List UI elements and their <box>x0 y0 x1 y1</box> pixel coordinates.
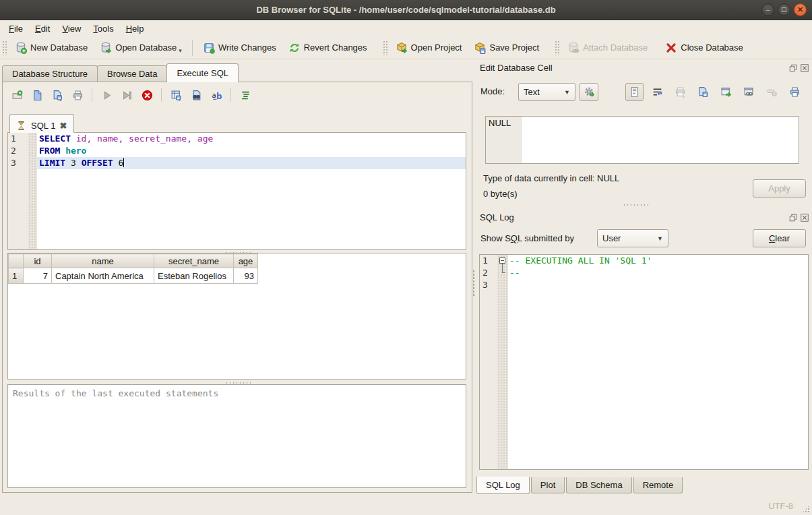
link-icon <box>743 86 755 98</box>
tab-browse-data[interactable]: Browse Data <box>97 65 167 82</box>
gear-icon <box>584 86 595 98</box>
menu-help[interactable]: Help <box>120 22 150 35</box>
log-filter-combobox[interactable]: User▼ <box>597 229 668 247</box>
format-sql-button[interactable] <box>237 86 254 104</box>
cell-name[interactable]: Captain North America <box>52 268 154 284</box>
close-database-button[interactable]: Close Database <box>659 39 749 57</box>
menu-tools[interactable]: Tools <box>87 22 119 35</box>
save-sql-file-button[interactable] <box>49 86 66 104</box>
sql-editor[interactable]: 1SELECT id, name, secret_name, age 2FROM… <box>7 132 466 250</box>
fold-marker-icon[interactable] <box>499 258 505 264</box>
set-null-icon <box>766 86 778 98</box>
close-sql-tab-icon[interactable]: ✖ <box>59 121 67 131</box>
encoding-indicator[interactable]: UTF-8 <box>768 501 793 511</box>
table-row[interactable]: 1 7 Captain North America Esteban Rogeli… <box>9 268 258 284</box>
open-database-button[interactable]: Open Database ▾ <box>94 39 188 57</box>
cell-age[interactable]: 93 <box>234 268 258 284</box>
dock-tab-db-schema[interactable]: DB Schema <box>566 477 631 493</box>
log-line: 1-- EXECUTING ALL IN 'SQL 1' <box>480 255 808 267</box>
text-mode-button[interactable] <box>625 83 644 101</box>
column-header-age[interactable]: age <box>234 254 258 268</box>
fold-end-marker <box>502 267 505 273</box>
dock-tab-sql-log[interactable]: SQL Log <box>476 477 530 494</box>
open-sql-tab-button[interactable] <box>8 86 26 104</box>
open-project-button[interactable]: Open Project <box>389 39 468 57</box>
log-filter-label: Show SQL submitted by <box>480 233 574 243</box>
save-sql-file-icon <box>52 90 63 101</box>
open-url-button[interactable] <box>740 83 758 101</box>
save-project-button[interactable]: Save Project <box>468 39 545 57</box>
sql-log-editor[interactable]: 1-- EXECUTING ALL IN 'SQL 1' 2-- 3 <box>479 254 809 470</box>
results-message: Results of the last executed statements <box>13 388 218 398</box>
open-project-icon <box>396 42 408 54</box>
sql-toolbar: ab <box>8 86 254 104</box>
chevron-down-icon: ▼ <box>657 235 663 242</box>
window-title: DB Browser for SQLite - /home/user/code/… <box>256 5 555 15</box>
stop-execution-icon <box>142 90 153 101</box>
column-header-id[interactable]: id <box>24 254 52 268</box>
float-dock-icon[interactable] <box>788 63 798 73</box>
maximize-icon[interactable] <box>778 3 790 16</box>
save-cell-as-button[interactable] <box>694 83 712 101</box>
menu-file[interactable]: File <box>3 22 29 35</box>
save-results-button[interactable] <box>167 86 185 104</box>
tab-database-structure[interactable]: Database Structure <box>2 65 98 82</box>
tab-execute-sql[interactable]: Execute SQL <box>166 63 239 82</box>
results-message-pane[interactable]: Results of the last executed statements <box>7 384 466 488</box>
menu-edit[interactable]: Edit <box>29 22 56 35</box>
clear-log-button[interactable]: Clear <box>753 229 806 247</box>
write-changes-button[interactable]: Write Changes <box>197 39 282 57</box>
save-results-icon <box>170 90 182 101</box>
sql-log-dock-title: SQL Log <box>480 212 514 222</box>
save-project-icon <box>474 42 486 54</box>
row-number[interactable]: 1 <box>9 268 24 284</box>
new-database-button[interactable]: New Database <box>9 39 94 57</box>
auto-format-word-button[interactable]: ab <box>208 86 225 104</box>
print-sql-button[interactable] <box>69 86 86 104</box>
column-header-name[interactable]: name <box>52 254 154 268</box>
execute-sql-panel: ab SQL 1 ✖ 1SELECT id, name, secret_name… <box>2 82 472 493</box>
close-icon[interactable]: ✕ <box>794 3 807 16</box>
column-header-secret-name[interactable]: secret_name <box>154 254 234 268</box>
float-dock-icon[interactable] <box>788 213 798 222</box>
open-sql-file-button[interactable] <box>28 86 46 104</box>
print-cell-button[interactable] <box>786 83 804 101</box>
editor-line: 1SELECT id, name, secret_name, age <box>8 133 466 145</box>
revert-changes-button[interactable]: Revert Changes <box>282 39 373 57</box>
printer-icon <box>789 86 801 98</box>
cell-value-editor[interactable]: NULL <box>485 116 799 164</box>
editor-line-current: 3LIMIT 3 OFFSET 6 <box>8 157 466 169</box>
corner-header[interactable] <box>9 254 24 268</box>
export-cell-button[interactable] <box>717 83 735 101</box>
cell-secret-name[interactable]: Esteban Rogelios <box>154 268 234 284</box>
vertical-splitter-handle[interactable] <box>472 270 475 297</box>
open-database-icon <box>100 42 112 54</box>
attach-database-button: Attach Database <box>561 39 654 57</box>
stop-execution-button[interactable] <box>138 86 156 104</box>
execute-all-button <box>98 86 115 104</box>
log-filter-value: User <box>602 233 621 243</box>
find-replace-button[interactable] <box>187 86 205 104</box>
toolbar-grip[interactable] <box>383 40 387 55</box>
dock-splitter-handle[interactable] <box>623 204 650 207</box>
dock-tab-remote[interactable]: Remote <box>633 477 683 493</box>
word-wrap-button[interactable] <box>648 83 666 101</box>
find-replace-icon <box>191 90 202 101</box>
sql-editor-tab[interactable]: SQL 1 ✖ <box>9 114 74 133</box>
close-dock-icon[interactable] <box>800 63 809 73</box>
dock-tab-plot[interactable]: Plot <box>531 477 565 493</box>
close-dock-icon[interactable] <box>800 213 809 222</box>
minimize-icon[interactable]: – <box>761 3 774 16</box>
app-window: DB Browser for SQLite - /home/user/code/… <box>0 0 812 515</box>
resize-grip[interactable] <box>802 505 810 513</box>
open-database-menu-caret[interactable]: ▾ <box>179 47 182 54</box>
toolbar-grip[interactable] <box>2 40 7 55</box>
auto-mode-button[interactable] <box>580 83 598 101</box>
mode-combobox[interactable]: Text▼ <box>518 83 575 101</box>
menu-view[interactable]: View <box>56 22 87 35</box>
cell-editor-toolbar <box>625 83 804 101</box>
cell-id[interactable]: 7 <box>24 268 52 284</box>
import-cell-icon <box>675 86 686 98</box>
sql-log-dock-buttons <box>788 213 809 222</box>
toolbar-grip[interactable] <box>555 40 559 55</box>
